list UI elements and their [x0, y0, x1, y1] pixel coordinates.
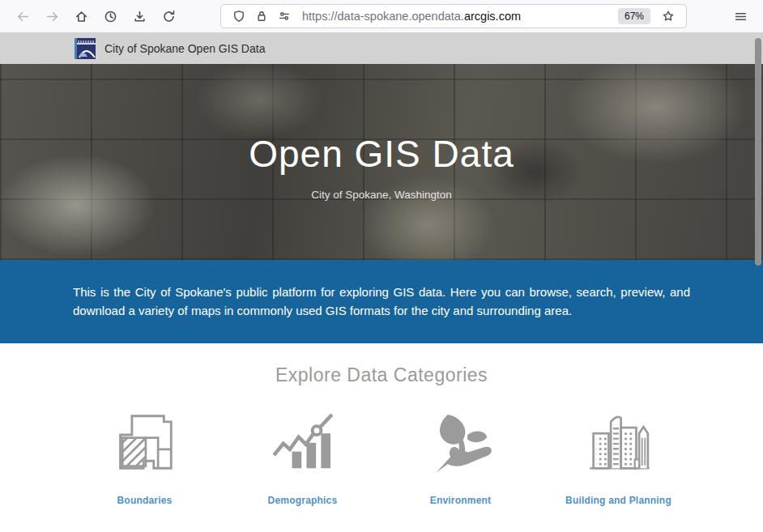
back-icon — [16, 10, 30, 23]
refresh-icon — [162, 10, 176, 23]
demographics-icon — [268, 407, 338, 477]
downloads-button[interactable] — [126, 3, 152, 29]
site-header: City of Spokane Open GIS Data — [0, 33, 763, 64]
intro-band: This is the City of Spokane's public pla… — [0, 260, 763, 343]
home-button[interactable] — [68, 3, 94, 29]
explore-heading: Explore Data Categories — [0, 364, 763, 386]
forward-button[interactable] — [39, 3, 65, 29]
url-text[interactable]: https://data-spokane.opendata.arcgis.com — [302, 10, 618, 23]
category-label[interactable]: Environment — [382, 495, 539, 506]
download-icon — [133, 10, 147, 23]
intro-text: This is the City of Spokane's public pla… — [73, 283, 690, 321]
hero-title: Open GIS Data — [0, 64, 763, 176]
hero-subtitle: City of Spokane, Washington — [0, 189, 763, 201]
category-row: Boundaries Demographics — [66, 407, 697, 506]
url-domain: arcgis.com — [464, 10, 521, 23]
spokane-logo-icon — [75, 38, 96, 59]
environment-icon — [426, 407, 496, 477]
history-icon — [104, 10, 117, 23]
history-button[interactable] — [97, 3, 123, 29]
browser-toolbar: https://data-spokane.opendata.arcgis.com… — [0, 0, 763, 33]
lock-icon[interactable] — [255, 10, 268, 23]
category-demographics[interactable]: Demographics — [224, 407, 382, 506]
hero-banner: Open GIS Data City of Spokane, Washingto… — [0, 64, 763, 260]
explore-section: Explore Data Categories Boundaries — [0, 343, 763, 506]
url-prefix: https://data-spokane.opendata. — [302, 10, 464, 23]
zoom-level-badge[interactable]: 67% — [618, 8, 650, 24]
scrollbar-thumb[interactable] — [755, 38, 761, 266]
category-boundaries[interactable]: Boundaries — [66, 407, 224, 506]
shield-icon[interactable] — [232, 10, 245, 23]
category-label[interactable]: Demographics — [224, 495, 382, 506]
permissions-icon[interactable] — [278, 10, 291, 23]
boundaries-icon — [110, 407, 180, 477]
category-building-planning[interactable]: Building and Planning — [539, 407, 697, 506]
refresh-button[interactable] — [156, 3, 181, 29]
back-button[interactable] — [10, 3, 36, 29]
bookmark-star-icon[interactable] — [662, 10, 675, 23]
category-label[interactable]: Building and Planning — [539, 495, 697, 506]
menu-button[interactable] — [727, 3, 753, 29]
site-title-link[interactable]: City of Spokane Open GIS Data — [104, 42, 265, 55]
category-label[interactable]: Boundaries — [66, 495, 224, 506]
home-icon — [75, 10, 88, 23]
building-planning-icon — [584, 407, 654, 477]
url-bar[interactable]: https://data-spokane.opendata.arcgis.com… — [220, 4, 687, 28]
forward-icon — [45, 10, 59, 23]
category-environment[interactable]: Environment — [382, 407, 539, 506]
menu-icon — [734, 10, 748, 23]
